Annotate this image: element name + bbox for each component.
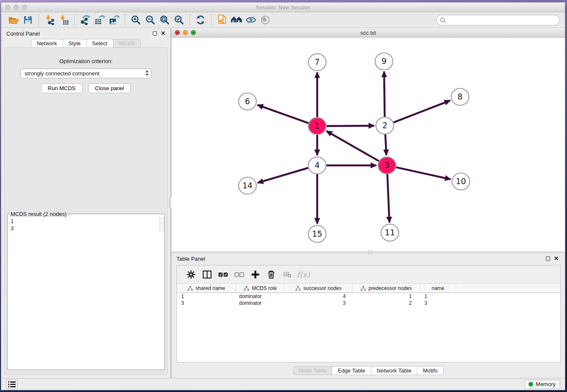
hide-selected-icon[interactable]	[244, 14, 258, 26]
split-columns-icon[interactable]	[199, 267, 215, 282]
column-header-successor-nodes[interactable]: successor nodes	[285, 284, 352, 293]
control-panel-tabs: NetworkStyleSelectMCDS	[1, 39, 171, 48]
network-title: scc.txt	[171, 30, 565, 36]
table-body: 1dominator4113dominator323	[177, 293, 560, 362]
graph-node-15[interactable]: 15	[308, 226, 326, 243]
column-type-icon	[187, 286, 193, 291]
column-header-MCDS-role[interactable]: MCDS role	[236, 284, 285, 293]
export-image-icon[interactable]	[107, 14, 121, 26]
add-column-icon[interactable]	[247, 267, 263, 282]
graph-node-4[interactable]: 4	[308, 157, 326, 174]
export-table-icon[interactable]	[93, 14, 107, 26]
close-table-panel-icon[interactable]: ✕	[554, 257, 559, 261]
deselect-all-icon[interactable]	[231, 267, 247, 282]
float-table-panel-icon[interactable]	[546, 257, 550, 261]
graph-edge-4-14[interactable]	[258, 168, 309, 183]
minimize-network-icon[interactable]: −	[183, 30, 188, 35]
column-header-name[interactable]: name	[420, 284, 456, 293]
graph-edge-1-2[interactable]	[326, 126, 374, 126]
tab-network[interactable]: Network	[31, 39, 63, 48]
table-row[interactable]: 3dominator323	[177, 300, 560, 306]
delete-column-icon[interactable]	[263, 267, 279, 282]
graph-node-10[interactable]: 10	[452, 173, 470, 190]
control-panel-title: Control Panel	[6, 30, 40, 37]
graph-edge-1-6[interactable]	[257, 105, 308, 123]
status-bar: Memory	[1, 378, 565, 390]
tab-edge-table[interactable]: Edge Table	[332, 366, 371, 375]
close-window-icon[interactable]	[5, 5, 10, 10]
horizontal-splitter[interactable]	[171, 251, 565, 253]
graph-edge-3-1[interactable]	[326, 131, 379, 161]
maximize-network-icon[interactable]: +	[191, 30, 196, 35]
save-icon[interactable]	[21, 14, 35, 26]
tab-select[interactable]: Select	[86, 39, 113, 48]
graph-node-11[interactable]: 11	[381, 224, 399, 241]
memory-label: Memory	[536, 381, 556, 387]
graph-node-9[interactable]: 9	[375, 53, 393, 70]
toolbar-separator	[39, 14, 39, 26]
open-folder-icon[interactable]	[6, 14, 21, 26]
float-panel-icon[interactable]	[153, 31, 157, 36]
graph-node-2[interactable]: 2	[376, 117, 394, 134]
toolbar-separator	[190, 14, 190, 26]
graph-node-7[interactable]: 7	[308, 54, 326, 71]
tab-node-table[interactable]: Node Table	[293, 366, 333, 375]
layout-refresh-icon[interactable]	[193, 14, 208, 26]
table-row[interactable]: 1dominator411	[177, 293, 560, 300]
zoom-window-icon[interactable]	[22, 5, 27, 10]
graph-edge-3-10[interactable]	[396, 167, 451, 179]
zoom-out-icon[interactable]	[143, 14, 157, 26]
import-network-icon[interactable]	[42, 14, 57, 26]
graph-node-1[interactable]: 1	[308, 118, 326, 135]
graph-edge-2-3[interactable]	[385, 134, 387, 155]
column-header-predecessor-nodes[interactable]: predecessor nodes	[352, 284, 420, 293]
zoom-selected-icon[interactable]	[172, 14, 186, 26]
close-panel-button[interactable]: Close panel	[88, 83, 131, 93]
table-panel-tabs: Node TableEdge TableNetwork TableMotifs	[171, 366, 565, 375]
column-header-shared-name[interactable]: shared name	[177, 284, 236, 293]
column-type-icon	[295, 286, 301, 291]
svg-text:6: 6	[245, 97, 250, 106]
network-window-controls: ✕ − +	[175, 30, 196, 35]
graph-node-8[interactable]: 8	[451, 88, 469, 105]
graphics-details-icon[interactable]	[229, 14, 244, 26]
graph-edge-2-9[interactable]	[384, 72, 385, 117]
search-input[interactable]	[436, 15, 560, 25]
memory-status-icon	[528, 382, 533, 386]
table-header-row: shared nameMCDS rolesuccessor nodesprede…	[177, 284, 560, 293]
close-panel-icon[interactable]: ✕	[161, 31, 165, 36]
tab-network-table[interactable]: Network Table	[371, 366, 417, 375]
column-type-icon	[361, 286, 366, 291]
run-mcds-button[interactable]: Run MCDS	[41, 83, 83, 93]
list-icon[interactable]	[6, 380, 17, 389]
criterion-select[interactable]: strongly connected component	[20, 69, 151, 78]
memory-button[interactable]: Memory	[525, 380, 560, 389]
table-cell: 1	[352, 293, 420, 300]
clone-network-icon[interactable]	[215, 14, 229, 26]
import-table-icon[interactable]	[57, 14, 71, 26]
horizontal-splitter-handle[interactable]	[368, 251, 372, 254]
select-all-icon[interactable]	[215, 267, 231, 282]
zoom-fit-icon[interactable]	[157, 14, 172, 26]
tab-motifs[interactable]: Motifs	[417, 366, 443, 375]
graph-node-14[interactable]: 14	[239, 177, 256, 194]
close-network-icon[interactable]: ✕	[175, 30, 180, 35]
tab-style[interactable]: Style	[63, 39, 87, 48]
export-network-icon[interactable]	[78, 14, 93, 26]
network-canvas[interactable]: 7968124314101511	[171, 38, 565, 251]
gear-icon[interactable]	[183, 267, 199, 282]
zoom-in-icon[interactable]	[129, 14, 143, 26]
minimize-window-icon[interactable]	[14, 5, 19, 10]
graph-node-6[interactable]: 6	[239, 93, 256, 110]
control-panel-header: Control Panel ✕	[1, 28, 171, 39]
svg-text:7: 7	[315, 57, 320, 66]
tab-mcds[interactable]: MCDS	[113, 39, 141, 48]
result-scrollbar[interactable]	[159, 217, 164, 232]
graph-edge-2-8[interactable]	[393, 100, 450, 122]
graph-node-3[interactable]: 3	[378, 157, 396, 174]
main-titlebar: Session: New Session	[1, 3, 565, 12]
mcds-result-box: MCDS result (2 nodes) 1 3	[7, 211, 165, 370]
svg-text:3: 3	[384, 160, 389, 170]
graph-edge-3-11[interactable]	[387, 174, 389, 223]
control-panel: Control Panel ✕ NetworkStyleSelectMCDS O…	[1, 28, 171, 378]
